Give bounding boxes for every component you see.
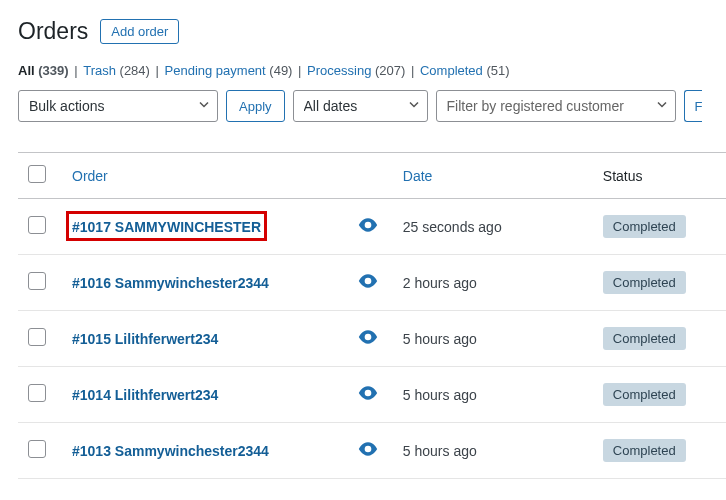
filter-count: (207) [375,63,405,78]
order-link[interactable]: #1013 Sammywinchester2344 [72,443,269,459]
column-header-order[interactable]: Order [62,153,343,199]
status-badge: Completed [603,271,686,294]
bulk-actions-select[interactable]: Bulk actions [18,90,218,122]
table-row: #1013 Sammywinchester23445 hours agoComp… [18,423,726,479]
row-checkbox[interactable] [28,272,46,290]
filter-count: (51) [486,63,509,78]
order-date: 2 hours ago [393,255,593,311]
customer-filter-combo[interactable]: Filter by registered customer [436,90,676,122]
filter-link-processing[interactable]: Processing (207) [307,63,405,78]
column-header-status: Status [593,153,726,199]
filter-button[interactable]: Filter [684,90,702,122]
select-all-checkbox[interactable] [28,165,46,183]
page-title: Orders [18,18,88,45]
eye-icon[interactable] [358,442,378,456]
eye-icon[interactable] [358,274,378,288]
table-row: #1015 Lilithferwert2345 hours agoComplet… [18,311,726,367]
order-link[interactable]: #1016 Sammywinchester2344 [72,275,269,291]
eye-icon[interactable] [358,218,378,232]
filter-link-trash[interactable]: Trash (284) [83,63,150,78]
status-badge: Completed [603,327,686,350]
orders-table: Order Date Status #1017 SAMMYWINCHESTER2… [18,152,726,479]
status-badge: Completed [603,383,686,406]
status-filter-links: All (339) | Trash (284) | Pending paymen… [18,63,726,78]
status-badge: Completed [603,215,686,238]
column-header-date[interactable]: Date [393,153,593,199]
table-row: #1014 Lilithferwert2345 hours agoComplet… [18,367,726,423]
eye-icon[interactable] [358,330,378,344]
eye-icon[interactable] [358,386,378,400]
order-date: 5 hours ago [393,367,593,423]
filter-count: (49) [269,63,292,78]
table-row: #1017 SAMMYWINCHESTER25 seconds agoCompl… [18,199,726,255]
order-link[interactable]: #1014 Lilithferwert234 [72,387,218,403]
filter-count: (284) [120,63,150,78]
order-date: 5 hours ago [393,311,593,367]
row-checkbox[interactable] [28,328,46,346]
filter-link-pending-payment[interactable]: Pending payment (49) [165,63,293,78]
order-date: 25 seconds ago [393,199,593,255]
status-badge: Completed [603,439,686,462]
customer-filter-placeholder: Filter by registered customer [447,98,624,114]
order-link[interactable]: #1017 SAMMYWINCHESTER [72,219,261,235]
add-order-button[interactable]: Add order [100,19,179,44]
row-checkbox[interactable] [28,216,46,234]
table-row: #1016 Sammywinchester23442 hours agoComp… [18,255,726,311]
filter-link-all: All (339) [18,63,69,78]
row-checkbox[interactable] [28,384,46,402]
date-filter-select[interactable]: All dates [293,90,428,122]
filter-link-completed[interactable]: Completed (51) [420,63,510,78]
row-checkbox[interactable] [28,440,46,458]
order-link[interactable]: #1015 Lilithferwert234 [72,331,218,347]
filter-count: (339) [38,63,68,78]
order-date: 5 hours ago [393,423,593,479]
apply-button[interactable]: Apply [226,90,285,122]
